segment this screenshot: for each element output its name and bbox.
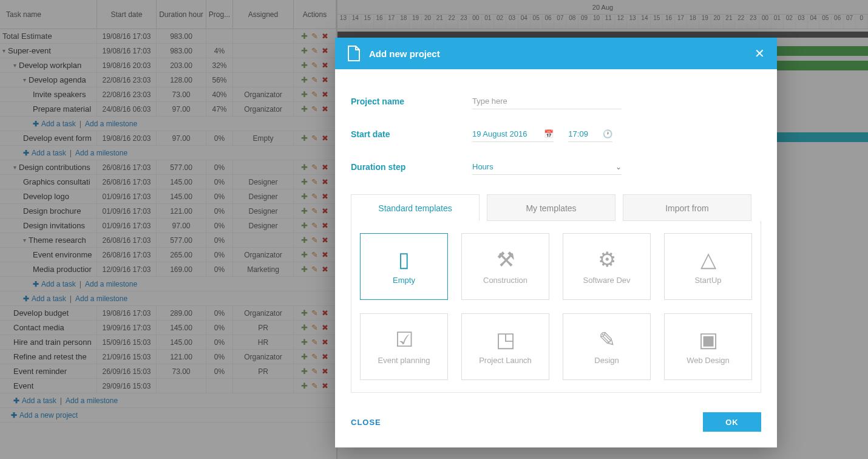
template-label: Event planning (378, 356, 430, 365)
dialog-body: Project name Start date 19 August 2016 📅… (335, 69, 777, 399)
tab-import-from[interactable]: Import from (623, 194, 751, 221)
template-tile-construction[interactable]: ⚒Construction (461, 233, 549, 300)
start-date-label: Start date (351, 129, 472, 139)
start-date-input[interactable]: 19 August 2016 📅 (472, 126, 554, 142)
template-label: Construction (483, 276, 527, 285)
tab-standard-templates[interactable]: Standard templates (351, 194, 480, 221)
template-icon: ✎ (598, 329, 615, 350)
template-icon: ◳ (496, 329, 515, 350)
add-project-dialog: Add new project ✕ Project name Start dat… (335, 38, 777, 447)
template-tabs: Standard templates My templates Import f… (351, 194, 761, 221)
template-icon: ▣ (699, 329, 718, 350)
clock-icon[interactable]: 🕐 (603, 129, 612, 138)
duration-step-value: Hours (472, 162, 493, 171)
template-tile-startup[interactable]: △StartUp (664, 233, 752, 300)
project-name-label: Project name (351, 97, 472, 106)
template-label: StartUp (694, 276, 721, 285)
template-tile-project-launch[interactable]: ◳Project Launch (461, 313, 549, 380)
start-time-input[interactable]: 17:09 🕐 (568, 126, 612, 142)
dialog-footer: CLOSE OK (335, 399, 777, 447)
dialog-title: Add new project (369, 49, 440, 59)
template-tile-design[interactable]: ✎Design (563, 313, 651, 380)
template-tile-web-design[interactable]: ▣Web Design (664, 313, 752, 380)
start-time-value: 17:09 (568, 129, 588, 138)
template-tile-empty[interactable]: ▯Empty (360, 233, 448, 300)
template-label: Design (594, 356, 619, 365)
duration-step-label: Duration step (351, 162, 472, 172)
template-icon: ⚒ (497, 249, 515, 270)
template-icon: △ (700, 249, 716, 270)
template-tile-software-dev[interactable]: ⚙Software Dev (563, 233, 651, 300)
start-date-value: 19 August 2016 (472, 129, 527, 138)
template-icon: ⚙ (598, 249, 616, 270)
dialog-header: Add new project ✕ (335, 38, 777, 69)
project-name-input[interactable] (472, 93, 622, 109)
new-file-icon (347, 46, 361, 61)
duration-step-select[interactable]: Hours ⌄ (472, 159, 622, 175)
template-tile-event-planning[interactable]: ☑Event planning (360, 313, 448, 380)
close-button[interactable]: CLOSE (351, 418, 381, 427)
template-label: Empty (393, 276, 415, 285)
template-icon: ▯ (398, 249, 410, 270)
chevron-down-icon: ⌄ (615, 163, 622, 171)
tab-my-templates[interactable]: My templates (487, 194, 615, 221)
templates-panel: ▯Empty⚒Construction⚙Software Dev△StartUp… (351, 221, 761, 393)
template-label: Project Launch (479, 356, 532, 365)
template-icon: ☑ (395, 329, 413, 350)
ok-button[interactable]: OK (703, 412, 761, 432)
calendar-icon[interactable]: 📅 (544, 129, 554, 138)
close-icon[interactable]: ✕ (754, 46, 765, 61)
template-label: Software Dev (583, 276, 630, 285)
template-label: Web Design (687, 356, 730, 365)
